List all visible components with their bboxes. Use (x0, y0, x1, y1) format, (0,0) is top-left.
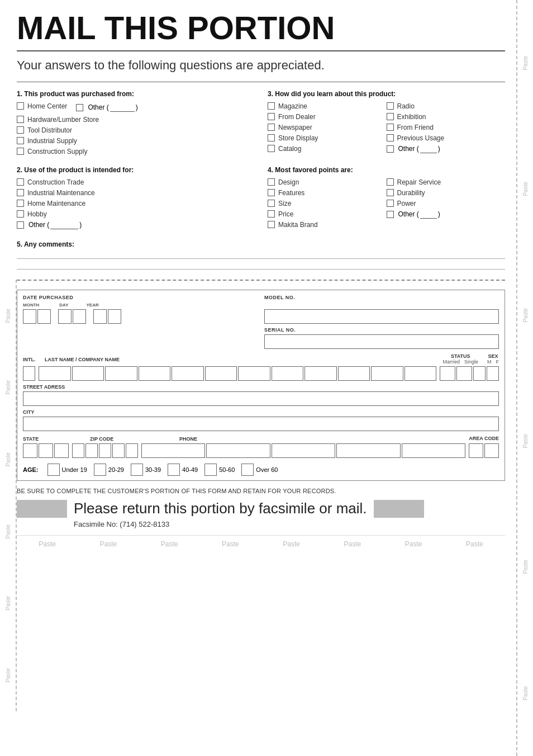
right-paste-1: Paste (522, 56, 529, 70)
q3-title: 3. How did you learn about this product: (268, 90, 505, 98)
q4-features-cb[interactable] (268, 189, 275, 196)
question-3: 3. How did you learn about this product:… (268, 90, 505, 158)
serial-input[interactable] (264, 334, 499, 349)
q2-industrial-maint-cb[interactable] (17, 189, 24, 196)
name-box-1[interactable] (39, 366, 71, 381)
q3-store-display: Store Display (268, 134, 387, 142)
name-box-5[interactable] (172, 366, 204, 381)
q3-prev-usage-cb[interactable] (387, 134, 394, 141)
q1-tool-dist-checkbox[interactable] (17, 126, 24, 134)
f-box[interactable] (487, 366, 499, 381)
married-box[interactable] (440, 366, 455, 381)
area-box-1[interactable] (469, 443, 483, 458)
q4-repair-cb[interactable] (387, 178, 394, 186)
street-input[interactable] (23, 391, 499, 406)
state-box-3[interactable] (54, 443, 69, 458)
q4-makita-cb[interactable] (268, 221, 275, 228)
q4-durability-cb[interactable] (387, 189, 394, 196)
zip-box-5[interactable] (126, 443, 138, 458)
name-box-2[interactable] (72, 366, 104, 381)
intl-label: INTL. (23, 357, 36, 362)
right-paste-4: Paste (522, 434, 529, 448)
name-box-4[interactable] (139, 366, 171, 381)
q2-hobby-cb[interactable] (17, 210, 24, 218)
date-label: DATE PURCHASED (23, 295, 258, 300)
paste-b2: Paste (100, 540, 117, 548)
city-input[interactable] (23, 417, 499, 431)
q4-design-cb[interactable] (268, 178, 275, 186)
paste-b7: Paste (405, 540, 422, 548)
phone-box-1[interactable] (141, 443, 205, 458)
status-label: STATUS (442, 353, 478, 359)
q2-construction-cb[interactable] (17, 178, 24, 186)
year-box-2[interactable] (108, 309, 121, 324)
q1-industrial-supply-checkbox[interactable] (17, 137, 24, 144)
serial-label: SERIAL NO. (264, 327, 499, 333)
fax-text: Facsimile No: (714) 522-8133 (74, 520, 505, 528)
year-box-1[interactable] (93, 309, 107, 324)
name-box-8[interactable] (272, 366, 304, 381)
left-paste-3: Paste (5, 452, 11, 467)
m-box[interactable] (473, 366, 486, 381)
age-50-60-box[interactable] (204, 464, 217, 476)
age-under19-box[interactable] (47, 464, 60, 476)
q4-power: Power (387, 200, 506, 207)
left-paste-5: Paste (5, 596, 11, 611)
q2-home-maint-cb[interactable] (17, 200, 24, 207)
q4-power-cb[interactable] (387, 200, 394, 207)
age-40-49-box[interactable] (168, 464, 180, 476)
model-input[interactable] (264, 309, 499, 324)
cut-line (17, 280, 505, 281)
intl-box[interactable] (23, 366, 35, 381)
q2-other-cb[interactable] (17, 221, 24, 229)
single-box[interactable] (456, 366, 472, 381)
area-box-2[interactable] (484, 443, 499, 458)
q4-other-cb[interactable] (387, 211, 394, 218)
zip-box-1[interactable] (72, 443, 84, 458)
phone-box-2[interactable] (206, 443, 270, 458)
name-box-10[interactable] (338, 366, 370, 381)
q3-exhibition-cb[interactable] (387, 113, 394, 120)
name-box-3[interactable] (105, 366, 137, 381)
q3-other-cb[interactable] (387, 145, 394, 153)
phone-box-3[interactable] (272, 443, 335, 458)
phone-box-5[interactable] (402, 443, 465, 458)
q3-store-display-cb[interactable] (268, 134, 275, 141)
right-paste-6: Paste (522, 686, 529, 701)
name-box-6[interactable] (205, 366, 237, 381)
q3-from-dealer-cb[interactable] (268, 113, 275, 120)
q1-hardware-checkbox[interactable] (17, 116, 24, 123)
q3-newspaper-cb[interactable] (268, 124, 275, 131)
day-box-1[interactable] (58, 309, 72, 324)
age-20-29-box[interactable] (94, 464, 106, 476)
paste-b5: Paste (283, 540, 300, 548)
q3-catalog-cb[interactable] (268, 145, 275, 152)
zip-box-2[interactable] (85, 443, 98, 458)
name-box-11[interactable] (371, 366, 403, 381)
q1-other-checkbox[interactable] (76, 104, 83, 111)
name-box-12[interactable] (404, 366, 437, 381)
zip-box-4[interactable] (112, 443, 125, 458)
q4-size-cb[interactable] (268, 200, 275, 207)
zip-label: ZIP CODE (90, 436, 179, 442)
age-30-39-box[interactable] (131, 464, 143, 476)
day-box-2[interactable] (73, 309, 86, 324)
q1-construction-supply-checkbox[interactable] (17, 148, 24, 155)
month-box-1[interactable] (23, 309, 36, 324)
name-box-7[interactable] (238, 366, 270, 381)
left-paste-6: Paste (5, 668, 11, 683)
age-over60-box[interactable] (241, 464, 254, 476)
name-box-9[interactable] (304, 366, 337, 381)
q3-radio-cb[interactable] (387, 102, 394, 110)
phone-box-4[interactable] (336, 443, 400, 458)
left-paste-2: Paste (5, 380, 11, 395)
q3-from-friend-cb[interactable] (387, 124, 394, 131)
month-box-2[interactable] (37, 309, 51, 324)
state-box-1[interactable] (23, 443, 37, 458)
q4-price-cb[interactable] (268, 210, 275, 218)
age-row: AGE: Under 19 20-29 30-39 40-49 (23, 464, 499, 476)
q3-magazine-cb[interactable] (268, 102, 275, 110)
zip-box-3[interactable] (99, 443, 111, 458)
state-box-2[interactable] (39, 443, 53, 458)
q1-home-center-checkbox[interactable] (17, 102, 24, 110)
